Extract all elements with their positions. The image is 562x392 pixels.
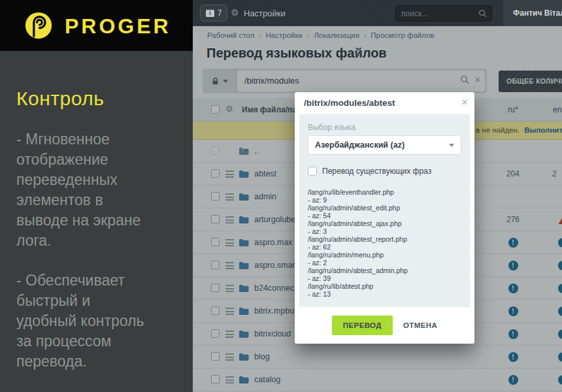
- notifications-icon: i: [206, 10, 214, 17]
- chevron-down-icon: [449, 144, 454, 147]
- file-count: - az: 54: [308, 212, 461, 220]
- file-report-list: /lang/ru/lib/eventhandler.php - az: 9 /l…: [308, 188, 461, 298]
- checkbox-label: Перевод существующих фраз: [322, 167, 431, 176]
- language-select-label: Выбор языка: [308, 123, 461, 132]
- file-count: - az: 13: [308, 290, 461, 298]
- feature-paragraph-1: - Мгновенное отображение переведенных эл…: [16, 129, 180, 251]
- brand-name: PROGER: [65, 14, 171, 39]
- proger-logo-icon: [24, 10, 54, 41]
- admin-content: Рабочий стол›Настройки›Локализация›Просм…: [193, 26, 562, 392]
- global-search: [395, 5, 492, 22]
- feature-paragraph-2: - Обеспечивает быстрый и удобный контрол…: [16, 270, 180, 372]
- checkbox[interactable]: [308, 167, 317, 176]
- file-count: - az: 62: [308, 243, 461, 251]
- file-path: /lang/ru/admin/abtest_ajax.php: [308, 220, 461, 227]
- marketing-copy: Контроль - Мгновенное отображение переве…: [16, 51, 180, 372]
- file-path: /lang/ru/admin/abtest_admin.php: [308, 267, 461, 274]
- file-path: /lang/ru/admin/abtest_edit.php: [308, 204, 461, 212]
- file-count: - az: 9: [308, 196, 461, 204]
- translate-existing-checkbox-row[interactable]: Перевод существующих фраз: [308, 167, 461, 176]
- file-path: /lang/ru/admin/menu.php: [308, 251, 461, 259]
- admin-panel: i 7 ⚙ Настройки Фантич Віталій: [193, 0, 562, 392]
- feature-heading: Контроль: [16, 88, 180, 110]
- file-path: /lang/ru/lib/eventhandler.php: [308, 188, 461, 196]
- translate-dialog: /bitrix/modules/abtest × Выбор языка Азе…: [295, 92, 474, 344]
- marketing-panel: PROGER Контроль - Мгновенное отображение…: [0, 0, 193, 392]
- file-count: - az: 3: [308, 227, 461, 235]
- user-name: Фантич Віталій: [513, 8, 562, 18]
- settings-gear-icon[interactable]: ⚙: [231, 7, 239, 18]
- notifications-button[interactable]: i 7: [200, 5, 227, 22]
- global-search-input[interactable]: [401, 6, 476, 21]
- brand-header: PROGER: [0, 0, 193, 51]
- language-select[interactable]: Азербайджанский (az): [308, 135, 461, 155]
- search-icon[interactable]: [478, 9, 487, 18]
- file-path: /lang/ru/lib/abtest.php: [308, 282, 461, 290]
- dialog-title: /bitrix/modules/abtest: [304, 98, 395, 108]
- close-icon[interactable]: ×: [461, 96, 468, 109]
- admin-topbar: i 7 ⚙ Настройки Фантич Віталій: [193, 0, 562, 26]
- screenshot-root: PROGER Контроль - Мгновенное отображение…: [0, 0, 562, 392]
- user-menu[interactable]: Фантич Віталій: [503, 0, 562, 26]
- file-count: - az: 2: [308, 259, 461, 267]
- file-count: - az: 39: [308, 274, 461, 282]
- translate-button[interactable]: ПЕРЕВОД: [332, 316, 393, 335]
- notifications-count: 7: [218, 8, 222, 18]
- language-select-value: Азербайджанский (az): [315, 140, 405, 150]
- file-path: /lang/ru/admin/abtest_report.php: [308, 235, 461, 243]
- settings-menu-item[interactable]: Настройки: [244, 8, 286, 18]
- cancel-button[interactable]: ОТМЕНА: [403, 321, 437, 329]
